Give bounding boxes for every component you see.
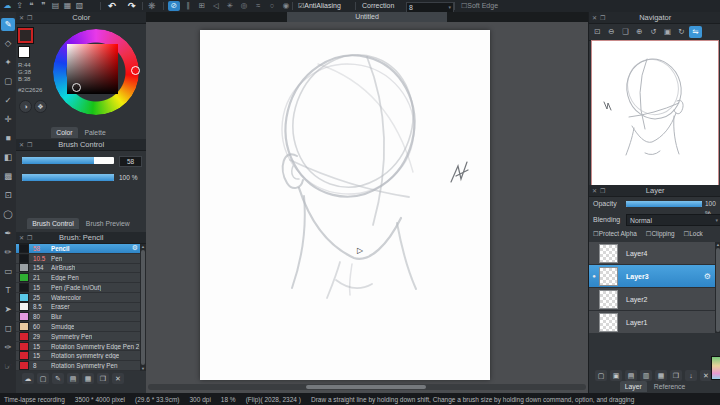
snap-crisscross-icon[interactable]: ⊞ [196, 1, 208, 11]
snap-off-icon[interactable]: ⊘ [168, 1, 180, 11]
fill-rect-tool[interactable]: ■ [1, 132, 15, 145]
layer-panel-tab[interactable]: Reference [649, 381, 690, 392]
brush-opacity-slider[interactable] [22, 174, 114, 181]
brush-list-item[interactable]: 15 Rotation Symmetry Edge Pen 2 [16, 342, 140, 352]
text-tool[interactable]: T [1, 284, 15, 297]
brush-list-item[interactable]: 25 Watercolor [16, 293, 140, 303]
brush-control-tab[interactable]: Brush Control [27, 218, 79, 229]
delete-brush-icon[interactable]: ✕ [112, 373, 124, 384]
undo-button[interactable]: ↶ [108, 0, 116, 12]
blending-select[interactable]: Normal ▾ [626, 214, 720, 226]
layer-list-item[interactable]: ● Layer3 ⚙ [589, 265, 715, 287]
select-rect-tool[interactable]: ▢ [1, 75, 15, 88]
color-compare-button[interactable]: ❖ [34, 100, 47, 113]
zoom-in-icon[interactable]: ⊕ [633, 26, 646, 38]
close-icon[interactable]: ✕ [19, 141, 24, 148]
publish-icon[interactable]: ⇪ [15, 0, 24, 12]
eraser-tool[interactable]: ◻ [1, 322, 15, 335]
pen-tool[interactable]: ✒ [1, 227, 15, 240]
navigator-preview[interactable] [591, 40, 719, 186]
brush-script-icon[interactable]: ▤ [67, 373, 79, 384]
curve-tool[interactable]: ✓ [1, 94, 15, 107]
brush-list-item[interactable]: 10.5 Pen [16, 254, 140, 264]
layer-list-item[interactable]: Layer4 [589, 242, 715, 264]
layer-opacity-slider[interactable] [626, 201, 702, 207]
scrollbar-thumb[interactable] [716, 248, 720, 332]
canvas-page[interactable] [200, 30, 490, 380]
cloud-icon[interactable]: ☁ [3, 0, 12, 12]
eyedropper-tool[interactable]: ✑ [1, 341, 15, 354]
layer-list-item[interactable]: Layer1 [589, 311, 715, 333]
rotate-left-icon[interactable]: ↺ [647, 26, 660, 38]
brush-size-slider[interactable] [22, 157, 114, 164]
zoom-out-icon[interactable]: ⊖ [605, 26, 618, 38]
scrollbar-thumb[interactable] [141, 250, 145, 365]
scroll-up-icon[interactable]: ▲ [141, 244, 145, 249]
brush-list-item[interactable]: 8.5 Eraser [16, 303, 140, 313]
operation-tool[interactable]: ➤ [1, 303, 15, 316]
grid-edit-icon[interactable]: ▧ [75, 0, 84, 12]
brush-list-item[interactable]: 15 Rotation symmetry edge [16, 351, 140, 361]
color-panel-tab[interactable]: Color [51, 127, 77, 138]
redo-button[interactable]: ↷ [128, 0, 136, 12]
color-panel-tab[interactable]: Palette [80, 127, 111, 138]
add-layer-menu-icon[interactable]: ▥ [640, 370, 652, 381]
upload-brush-icon[interactable]: ☁ [22, 373, 34, 384]
chat-icon[interactable]: ❞ [39, 0, 48, 12]
reference-image-thumbnail[interactable] [711, 356, 720, 380]
brush-list-item[interactable]: 80 Blur [16, 312, 140, 322]
brush-list-item[interactable]: 58 Pencil ⚙ [16, 244, 140, 254]
layer-settings-gear-icon[interactable]: ⚙ [704, 272, 711, 281]
select-pen-tool[interactable]: ⊡ [1, 189, 15, 202]
brush-list-item[interactable]: 21 Edge Pen [16, 273, 140, 283]
canvas-horizontal-scrollbar[interactable] [148, 384, 586, 390]
add-brush-icon[interactable]: ▢ [37, 373, 49, 384]
snap-parallel-icon[interactable]: ∥ [182, 1, 194, 11]
brush-list-item[interactable]: 29 Symmetry Pen [16, 332, 140, 342]
select-ellipse-tool[interactable]: ◯ [1, 208, 15, 221]
layer-folder-icon[interactable]: ▦ [655, 370, 667, 381]
document-tab[interactable]: Untitled [287, 12, 447, 22]
snap-radial-icon[interactable]: ✳ [224, 1, 236, 11]
close-icon[interactable]: ✕ [19, 14, 24, 21]
duplicate-brush-icon[interactable]: ❐ [97, 373, 109, 384]
reset-view-icon[interactable]: ▣ [661, 26, 674, 38]
snap-circle-icon[interactable]: ◎ [238, 1, 250, 11]
layer-option-checkbox[interactable]: ☐Clipping [646, 230, 675, 238]
brush-list-item[interactable]: 8 Rotation Symmetry Pen [16, 361, 140, 371]
fit-window-icon[interactable]: ❑ [619, 26, 632, 38]
auto-select-tool[interactable]: ✦ [1, 56, 15, 69]
comment-icon[interactable]: ❝ [27, 0, 36, 12]
layout-icon[interactable]: ▦ [63, 0, 72, 12]
scroll-down-icon[interactable]: ▼ [141, 366, 145, 371]
layer-panel-tab[interactable]: Layer [620, 381, 647, 392]
gradient-tool[interactable]: ▩ [1, 170, 15, 183]
brush-tool[interactable]: ✎ [1, 18, 15, 31]
add-8bit-layer-icon[interactable]: ▤ [625, 370, 637, 381]
zoom-actual-icon[interactable]: ⊡ [591, 26, 604, 38]
rotate-right-icon[interactable]: ↻ [675, 26, 688, 38]
background-color-swatch[interactable] [18, 46, 30, 58]
add-layer-icon[interactable]: ▢ [595, 370, 607, 381]
brush-list-item[interactable]: 60 Smudge [16, 322, 140, 332]
pencil-tool[interactable]: ✏ [1, 246, 15, 259]
layer-list-scrollbar[interactable]: ▲ [715, 242, 720, 333]
brush-list-item[interactable]: 154 AirBrush [16, 264, 140, 274]
document-icon[interactable]: ▤ [51, 0, 60, 12]
layer-option-checkbox[interactable]: ☐Protect Alpha [593, 230, 637, 238]
layer-visibility-dot[interactable]: ● [589, 273, 599, 279]
brush-size-value[interactable]: 58 [119, 156, 142, 167]
sv-selector[interactable] [72, 83, 81, 92]
bucket-tool[interactable]: ◧ [1, 151, 15, 164]
close-icon[interactable]: ✕ [19, 234, 24, 241]
move-tool[interactable]: ✛ [1, 113, 15, 126]
lasso-tool[interactable]: ◇ [1, 37, 15, 50]
correction-select[interactable]: 8 ▾ [406, 2, 454, 13]
hand-tool[interactable]: ☞ [1, 360, 15, 373]
add-halftone-layer-icon[interactable]: ▣ [610, 370, 622, 381]
brush-list-item[interactable]: 15 Pen (Fade In/Out) [16, 283, 140, 293]
brush-folder-icon[interactable]: ▦ [82, 373, 94, 384]
scrollbar-thumb[interactable] [306, 385, 426, 389]
duplicate-layer-icon[interactable]: ❐ [670, 370, 682, 381]
color-wheel-mode-button[interactable]: ◑ [19, 100, 32, 113]
